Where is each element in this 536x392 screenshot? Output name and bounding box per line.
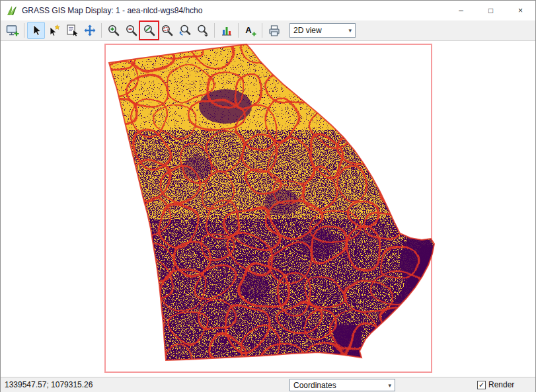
window-controls: – □ × [446,1,535,20]
zoom-out-icon [125,24,138,37]
zoom-extent-icon [143,24,156,37]
query-raster-button[interactable] [63,22,81,39]
view-mode-value: 2D view [293,26,322,35]
render-toggle: ✓ Render [477,380,514,389]
pan-arrows-icon [83,24,96,37]
monitor-layers-icon [6,24,19,37]
zoom-options-icon [196,24,210,37]
toolbar-separator [262,23,262,38]
map-canvas[interactable] [1,41,535,377]
cursor-arrow-icon [30,24,43,37]
toolbar-separator [214,23,215,38]
render-checkbox[interactable]: ✓ [477,381,486,389]
save-display-button[interactable] [265,22,283,39]
toolbar-separator [24,23,24,38]
checkmark-icon: ✓ [479,381,484,389]
georgia-raster [82,41,437,377]
add-text-icon: A [244,24,257,37]
pointer-button[interactable] [27,22,45,39]
coordinates-readout: 1339547.57; 1079315.26 [5,380,93,389]
analyze-button[interactable] [217,22,235,39]
close-button[interactable]: × [506,1,535,20]
grass-map-display-window: GRASS GIS Map Display: 1 - aea-nlcd-wgs8… [0,0,536,392]
add-overlay-button[interactable]: A [241,22,259,39]
titlebar[interactable]: GRASS GIS Map Display: 1 - aea-nlcd-wgs8… [1,1,535,20]
zoom-region-icon [161,24,174,37]
map-render-georgia[interactable] [1,41,535,377]
toolbar-separator [101,23,102,38]
grass-gis-logo-icon [6,5,18,17]
render-label: Render [488,380,514,389]
text-tool-glyph: A [245,25,252,35]
statusbar-mode-select[interactable]: Coordinates ▾ [289,379,395,391]
save-display-icon [268,24,281,37]
zoom-back-icon [178,24,192,37]
zoom-back-button[interactable] [176,22,194,39]
chevron-down-icon: ▾ [348,27,352,34]
maximize-button[interactable]: □ [476,1,506,20]
select-features-button[interactable] [45,22,63,39]
chevron-down-icon: ▾ [388,382,391,389]
zoom-region-button[interactable] [158,22,176,39]
zoom-extent-button[interactable] [140,22,158,39]
zoom-out-button[interactable] [122,22,140,39]
analyze-chart-icon [220,24,233,37]
toolbar-separator [238,23,239,38]
minimize-button[interactable]: – [446,1,476,20]
zoom-in-button[interactable] [104,22,122,39]
statusbar: 1339547.57; 1079315.26 Coordinates ▾ ✓ R… [1,377,535,392]
zoom-options-button[interactable] [194,22,211,39]
window-title: GRASS GIS Map Display: 1 - aea-nlcd-wgs8… [22,6,202,15]
map-toolbar: A 2D view ▾ [1,20,535,41]
select-arrow-icon [48,24,61,37]
query-document-icon [65,24,79,37]
statusbar-mode-value: Coordinates [293,381,336,390]
view-mode-select[interactable]: 2D view ▾ [289,23,356,38]
display-settings-button[interactable] [3,22,21,39]
pan-button[interactable] [81,22,98,39]
zoom-in-icon [107,24,120,37]
